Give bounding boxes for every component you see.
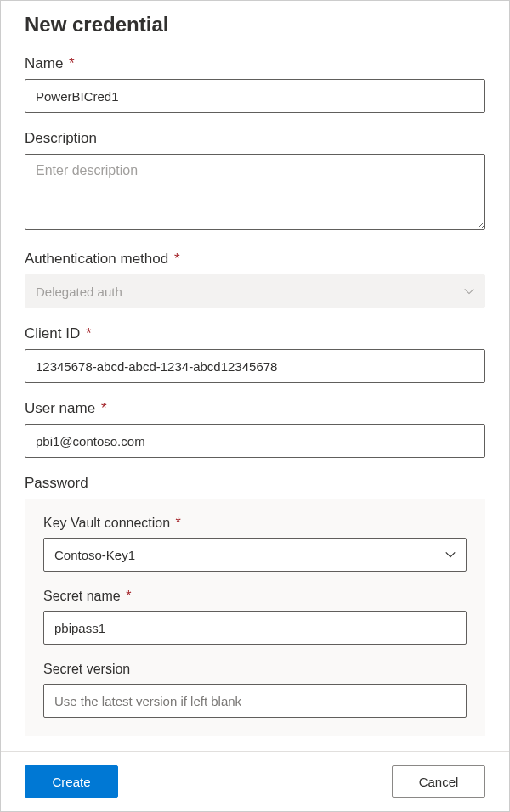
required-asterisk: * (101, 400, 107, 416)
new-credential-panel: New credential Name * Description Authen… (0, 0, 510, 812)
user-name-label: User name * (25, 400, 485, 417)
cancel-button[interactable]: Cancel (392, 765, 485, 798)
auth-method-label: Authentication method * (25, 251, 485, 268)
description-label: Description (25, 130, 485, 147)
required-asterisk: * (174, 251, 180, 267)
secret-name-label-text: Secret name (43, 589, 121, 603)
name-label-text: Name (25, 55, 63, 71)
user-name-field-group: User name * (25, 400, 485, 458)
required-asterisk: * (69, 55, 75, 71)
secret-name-input[interactable] (43, 611, 467, 645)
panel-footer: Create Cancel (1, 751, 509, 811)
name-label: Name * (25, 55, 485, 72)
description-textarea[interactable] (25, 154, 485, 230)
password-section-label: Password (25, 475, 485, 492)
panel-title: New credential (25, 13, 485, 37)
panel-content: New credential Name * Description Authen… (1, 1, 509, 751)
secret-version-label: Secret version (43, 662, 467, 677)
name-input[interactable] (25, 79, 485, 113)
key-vault-field-group: Key Vault connection * (43, 516, 467, 572)
client-id-label: Client ID * (25, 325, 485, 342)
user-name-label-text: User name (25, 400, 95, 416)
key-vault-label: Key Vault connection * (43, 516, 467, 531)
auth-method-select (25, 274, 485, 308)
key-vault-label-text: Key Vault connection (43, 516, 170, 530)
required-asterisk: * (86, 325, 92, 341)
auth-method-field-group: Authentication method * (25, 251, 485, 308)
client-id-field-group: Client ID * (25, 325, 485, 383)
user-name-input[interactable] (25, 424, 485, 458)
secret-version-field-group: Secret version (43, 662, 467, 718)
create-button[interactable]: Create (25, 765, 118, 798)
auth-method-select-wrapper (25, 274, 485, 308)
secret-version-input[interactable] (43, 684, 467, 718)
password-section: Key Vault connection * Secret name * (25, 499, 485, 736)
client-id-input[interactable] (25, 349, 485, 383)
required-asterisk: * (176, 516, 181, 530)
secret-name-field-group: Secret name * (43, 589, 467, 645)
secret-name-label: Secret name * (43, 589, 467, 604)
key-vault-select-wrapper (43, 538, 467, 572)
auth-method-label-text: Authentication method (25, 251, 168, 267)
key-vault-select[interactable] (43, 538, 467, 572)
client-id-label-text: Client ID (25, 325, 80, 341)
name-field-group: Name * (25, 55, 485, 113)
description-field-group: Description (25, 130, 485, 234)
required-asterisk: * (126, 589, 131, 603)
password-field-group: Password Key Vault connection * (25, 475, 485, 736)
